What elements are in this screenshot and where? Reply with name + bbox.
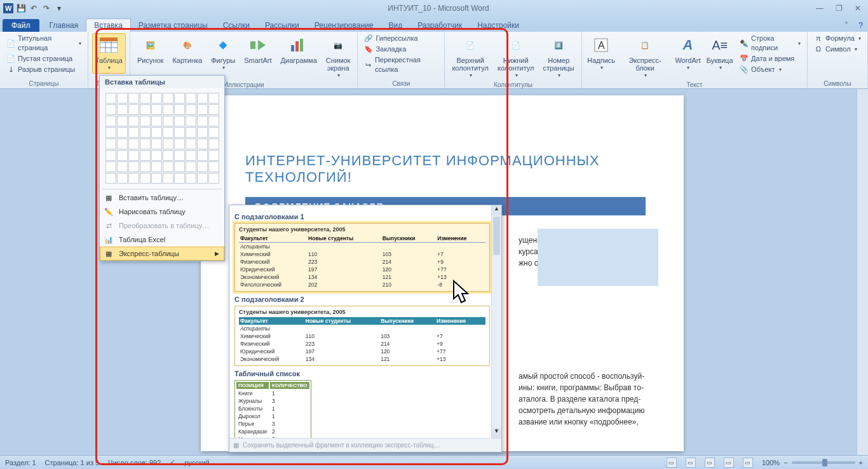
grid-cell[interactable] [186, 93, 196, 104]
grid-cell[interactable] [174, 139, 185, 149]
grid-cell[interactable] [197, 127, 208, 138]
gallery-scrollbar[interactable]: ▲ ▼ [491, 205, 501, 438]
grid-cell[interactable] [151, 173, 162, 184]
zoom-slider[interactable] [792, 461, 855, 464]
grid-cell[interactable] [140, 116, 151, 126]
grid-cell[interactable] [163, 161, 173, 172]
grid-cell[interactable] [163, 139, 173, 149]
tab-references[interactable]: Ссылки [215, 19, 257, 32]
maximize-button[interactable]: ❐ [831, 4, 846, 13]
insert-table-item[interactable]: ▦Вставить таблицу… [100, 191, 224, 205]
symbol-button[interactable]: ΩСимвол▾ [811, 44, 864, 55]
grid-cell[interactable] [208, 116, 219, 126]
grid-cell[interactable] [128, 93, 139, 104]
grid-cell[interactable] [117, 150, 128, 161]
grid-cell[interactable] [208, 127, 219, 138]
grid-cell[interactable] [174, 104, 185, 115]
grid-cell[interactable] [128, 127, 139, 138]
grid-cell[interactable] [128, 161, 139, 172]
grid-cell[interactable] [186, 127, 196, 138]
view-read-icon[interactable]: ▭ [686, 458, 696, 468]
grid-cell[interactable] [163, 127, 173, 138]
grid-cell[interactable] [128, 104, 139, 115]
grid-cell[interactable] [163, 93, 173, 104]
grid-cell[interactable] [186, 104, 196, 115]
undo-icon[interactable]: ↶ [28, 3, 39, 14]
grid-cell[interactable] [105, 139, 116, 149]
grid-cell[interactable] [197, 116, 208, 126]
page-break-button[interactable]: ⤓Разрыв страницы [4, 64, 84, 75]
grid-cell[interactable] [105, 150, 116, 161]
grid-cell[interactable] [117, 173, 128, 184]
grid-cell[interactable] [117, 116, 128, 126]
chart-button[interactable]: Диаграмма [278, 33, 320, 66]
spellcheck-icon[interactable]: ✓ [170, 458, 175, 466]
grid-cell[interactable] [117, 104, 128, 115]
datetime-button[interactable]: 📅Дата и время [737, 53, 803, 64]
grid-cell[interactable] [117, 93, 128, 104]
grid-cell[interactable] [163, 150, 173, 161]
status-words[interactable]: Число слов: 992 [108, 459, 161, 466]
grid-cell[interactable] [151, 139, 162, 149]
grid-cell[interactable] [197, 161, 208, 172]
gallery-footer[interactable]: ▦ Сохранить выделенный фрагмент в коллек… [229, 438, 501, 452]
grid-cell[interactable] [151, 116, 162, 126]
crossref-button[interactable]: ↪Перекрестная ссылка [362, 55, 440, 75]
tab-view[interactable]: Вид [381, 19, 410, 32]
grid-cell[interactable] [208, 104, 219, 115]
save-icon[interactable]: 💾 [15, 3, 27, 14]
grid-cell[interactable] [105, 104, 116, 115]
grid-cell[interactable] [140, 173, 151, 184]
grid-cell[interactable] [163, 116, 173, 126]
grid-cell[interactable] [117, 161, 128, 172]
draw-table-item[interactable]: ✏️Нарисовать таблицу [100, 205, 224, 219]
grid-cell[interactable] [174, 150, 185, 161]
excel-table-item[interactable]: 📊Таблица Excel [100, 233, 224, 247]
scroll-down-icon[interactable]: ▼ [492, 428, 501, 438]
grid-cell[interactable] [140, 139, 151, 149]
hyperlink-button[interactable]: 🔗Гиперссылка [362, 33, 440, 44]
grid-cell[interactable] [140, 127, 151, 138]
tab-insert[interactable]: Вставка [86, 18, 131, 32]
file-tab[interactable]: Файл [3, 19, 39, 32]
grid-cell[interactable] [105, 116, 116, 126]
grid-cell[interactable] [128, 173, 139, 184]
dropcap-button[interactable]: A≡Буквица▾ [705, 33, 735, 74]
view-draft-icon[interactable]: ▭ [743, 458, 753, 468]
zoom-in-button[interactable]: + [859, 459, 863, 466]
signature-button[interactable]: ✒️Строка подписи▾ [737, 33, 803, 53]
grid-cell[interactable] [163, 173, 173, 184]
grid-cell[interactable] [151, 127, 162, 138]
view-web-icon[interactable]: ▭ [705, 458, 715, 468]
grid-cell[interactable] [186, 150, 196, 161]
grid-cell[interactable] [186, 139, 196, 149]
grid-cell[interactable] [140, 161, 151, 172]
grid-cell[interactable] [140, 150, 151, 161]
tab-review[interactable]: Рецензирование [307, 19, 381, 32]
grid-cell[interactable] [151, 161, 162, 172]
table-button[interactable]: Таблица▾ [92, 33, 126, 74]
status-section[interactable]: Раздел: 1 [5, 459, 36, 466]
cover-page-button[interactable]: 📄Титульная страница▾ [4, 33, 84, 53]
grid-cell[interactable] [186, 116, 196, 126]
grid-cell[interactable] [208, 93, 219, 104]
grid-cell[interactable] [140, 93, 151, 104]
grid-cell[interactable] [151, 93, 162, 104]
gallery-item-subheadings-1[interactable]: Студенты нашего университета, 2005 Факул… [234, 223, 490, 292]
grid-cell[interactable] [208, 139, 219, 149]
help-icon[interactable]: ? [853, 19, 868, 32]
shapes-button[interactable]: 🔷Фигуры▾ [208, 33, 238, 74]
grid-cell[interactable] [208, 161, 219, 172]
view-outline-icon[interactable]: ▭ [724, 458, 734, 468]
grid-cell[interactable] [140, 104, 151, 115]
grid-cell[interactable] [128, 150, 139, 161]
tab-layout[interactable]: Разметка страницы [131, 19, 215, 32]
scroll-up-icon[interactable]: ▲ [492, 205, 501, 215]
grid-cell[interactable] [186, 161, 196, 172]
zoom-out-button[interactable]: − [783, 459, 787, 466]
close-button[interactable]: ✕ [850, 4, 865, 13]
clipart-button[interactable]: 🎨Картинка [169, 33, 205, 66]
grid-cell[interactable] [163, 104, 173, 115]
picture-button[interactable]: 🖼️Рисунок [134, 33, 167, 66]
zoom-slider-knob[interactable] [822, 459, 827, 466]
